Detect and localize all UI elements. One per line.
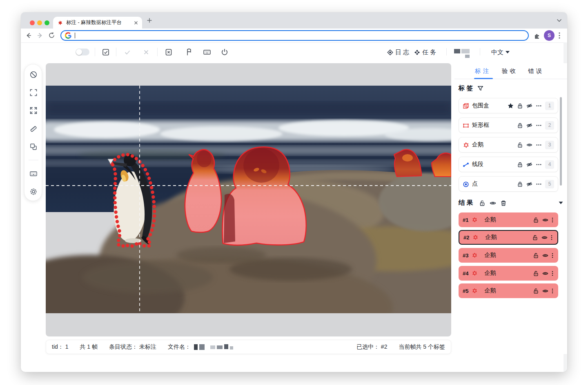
address-bar[interactable] — [60, 30, 529, 41]
maximize-window-button[interactable] — [45, 20, 49, 25]
shapes-tool-icon[interactable] — [29, 143, 38, 151]
tab-annotate[interactable]: 标注 — [475, 67, 491, 75]
eye-icon[interactable] — [541, 235, 548, 241]
more-icon[interactable] — [536, 103, 542, 109]
eye-icon[interactable] — [542, 288, 548, 294]
tab-search-chevron-icon[interactable] — [557, 19, 562, 22]
eye-off-icon[interactable] — [526, 162, 532, 168]
trash-icon[interactable] — [500, 200, 506, 206]
label-row-juxingkuang[interactable]: 矩形框 2 — [459, 117, 558, 133]
lock-open-icon[interactable] — [533, 270, 539, 277]
log-label: 日志 — [395, 49, 411, 56]
annotation-canvas[interactable] — [46, 63, 451, 336]
eye-off-icon[interactable] — [526, 122, 532, 128]
result-row-4[interactable]: #4 企鹅 — [459, 266, 558, 281]
expand-tool-icon[interactable] — [29, 106, 38, 115]
polygon-icon — [472, 270, 478, 277]
filter-funnel-icon[interactable] — [477, 85, 483, 91]
eye-icon[interactable] — [542, 217, 548, 223]
label-name: 线段 — [472, 161, 514, 168]
kebab-icon[interactable] — [552, 288, 554, 294]
more-icon[interactable] — [536, 142, 542, 148]
task-button[interactable]: 任务 — [414, 47, 438, 58]
browser-tab[interactable]: 标注 - 麻辣数据标注平台 — [53, 17, 142, 29]
check-square-icon[interactable] — [102, 48, 110, 56]
result-row-1[interactable]: #1 企鹅 — [459, 212, 558, 227]
kebab-icon[interactable] — [552, 252, 554, 259]
eye-icon[interactable] — [490, 200, 496, 206]
shortcut-badge: 2 — [545, 121, 554, 130]
fullscreen-tool-icon[interactable] — [29, 89, 38, 97]
settings-gear-icon[interactable] — [29, 188, 38, 196]
reload-icon[interactable] — [48, 32, 55, 39]
file-x-icon[interactable] — [165, 48, 173, 56]
flag-icon[interactable] — [185, 48, 194, 56]
eye-off-icon[interactable] — [526, 181, 532, 187]
star-icon[interactable] — [508, 103, 514, 109]
reject-x-icon[interactable] — [142, 48, 150, 56]
right-panel: 标注 验收 错误 标签 包围盒 — [454, 63, 567, 354]
browser-window: 标注 - 麻辣数据标注平台 — [21, 12, 567, 372]
more-icon[interactable] — [536, 181, 542, 187]
close-window-button[interactable] — [30, 20, 35, 25]
eye-off-icon[interactable] — [526, 103, 532, 109]
language-label: 中文 — [491, 49, 503, 56]
keyboard-shortcuts-tool-icon[interactable] — [29, 170, 38, 178]
kebab-icon[interactable] — [552, 217, 554, 223]
back-icon[interactable] — [25, 32, 32, 39]
kebab-icon[interactable] — [551, 235, 553, 241]
avatar[interactable]: S — [544, 30, 555, 41]
lock-icon[interactable] — [517, 181, 523, 187]
result-row-5[interactable]: #5 企鹅 — [459, 283, 558, 298]
measure-tool-icon[interactable] — [29, 125, 38, 133]
text-caret — [75, 33, 75, 38]
shortcut-badge: 5 — [545, 180, 554, 188]
tab-review[interactable]: 验收 — [502, 67, 518, 75]
lock-open-icon[interactable] — [479, 200, 485, 206]
kebab-icon[interactable] — [552, 270, 554, 277]
no-entry-tool-icon[interactable] — [29, 71, 38, 79]
result-row-2-selected[interactable]: #2 企鹅 — [459, 230, 558, 245]
label-row-dian[interactable]: 点 5 — [459, 176, 558, 192]
lock-icon[interactable] — [517, 122, 523, 128]
lock-open-icon[interactable] — [533, 252, 539, 259]
lock-open-icon[interactable] — [517, 142, 523, 148]
tab-errors[interactable]: 错误 — [528, 67, 544, 75]
labels-scrollbar-thumb[interactable] — [560, 97, 562, 186]
avatar-letter: S — [548, 33, 551, 38]
lock-icon[interactable] — [517, 162, 523, 168]
lock-icon[interactable] — [517, 103, 523, 109]
language-selector[interactable]: 中文 — [491, 47, 510, 58]
lock-open-icon[interactable] — [533, 288, 539, 294]
toolbar-divider — [95, 48, 95, 56]
annotate-toggle[interactable] — [76, 49, 89, 55]
result-row-3[interactable]: #3 企鹅 — [459, 248, 558, 263]
more-icon[interactable] — [536, 122, 542, 128]
minimize-window-button[interactable] — [37, 20, 42, 25]
keyboard-icon[interactable] — [203, 48, 211, 56]
tab-favicon-icon — [57, 20, 63, 26]
polygon-icon — [472, 252, 478, 259]
new-tab-button[interactable] — [147, 18, 152, 23]
label-row-xianduan[interactable]: 线段 4 — [459, 157, 558, 172]
eye-icon[interactable] — [542, 252, 548, 259]
panel-tabs: 标注 验收 错误 — [454, 65, 567, 79]
more-icon[interactable] — [536, 162, 542, 168]
extensions-puzzle-icon[interactable] — [533, 32, 541, 39]
approve-check-icon[interactable] — [123, 48, 131, 56]
lock-open-icon[interactable] — [532, 235, 538, 241]
label-row-qie[interactable]: 企鹅 3 — [459, 137, 558, 153]
lock-open-icon[interactable] — [533, 217, 539, 223]
label-row-baoweihe[interactable]: 包围盒 1 — [459, 98, 558, 113]
power-icon[interactable] — [220, 48, 229, 56]
eye-icon[interactable] — [542, 270, 548, 277]
result-name: 企鹅 — [484, 287, 530, 294]
forward-icon[interactable] — [36, 32, 44, 39]
toolbar-divider — [446, 48, 447, 55]
browser-menu-kebab-icon[interactable] — [559, 32, 560, 39]
log-button[interactable]: 日志 — [387, 47, 411, 58]
tab-close-icon[interactable] — [134, 21, 138, 25]
result-name: 企鹅 — [484, 252, 530, 259]
eye-icon[interactable] — [526, 142, 532, 148]
collapse-caret-icon[interactable] — [559, 201, 563, 204]
